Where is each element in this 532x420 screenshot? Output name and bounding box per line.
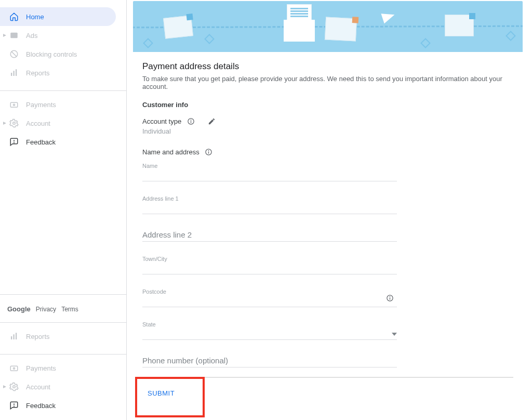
svg-point-19: [13, 386, 16, 388]
phone-input[interactable]: [142, 355, 397, 368]
svg-marker-18: [3, 385, 6, 388]
svg-line-3: [11, 51, 17, 57]
svg-point-30: [390, 297, 390, 297]
svg-marker-31: [392, 333, 397, 336]
banner-illustration: [133, 1, 523, 52]
svg-point-24: [191, 120, 191, 120]
sidebar: Home Ads Blocking controls: [0, 0, 127, 420]
sidebar-item-label: Ads: [26, 32, 37, 40]
sidebar-item-home[interactable]: Home: [0, 7, 116, 26]
sidebar-item-label: Home: [26, 13, 44, 21]
sidebar-item-payments-2[interactable]: Payments: [0, 359, 116, 377]
svg-point-27: [209, 150, 209, 151]
svg-rect-5: [14, 71, 15, 76]
svg-point-8: [14, 104, 15, 106]
chevron-down-icon: [392, 329, 397, 337]
expand-icon: [3, 34, 6, 37]
town-input[interactable]: [142, 256, 397, 274]
name-input[interactable]: [142, 163, 397, 181]
state-select[interactable]: [142, 322, 397, 340]
feedback-icon: [9, 137, 19, 147]
sidebar-item-label: Feedback: [26, 138, 56, 146]
terms-link[interactable]: Terms: [61, 306, 78, 313]
svg-rect-7: [10, 102, 18, 107]
sidebar-item-feedback-2[interactable]: Feedback: [0, 396, 116, 415]
sidebar-item-label: Feedback: [26, 402, 56, 410]
account-type-label: Account type: [142, 117, 181, 125]
svg-rect-16: [10, 366, 18, 371]
feedback-icon: [9, 401, 19, 410]
pencil-icon[interactable]: [207, 117, 216, 125]
svg-point-17: [14, 368, 15, 369]
customer-info-heading: Customer info: [142, 101, 513, 109]
svg-point-10: [13, 122, 16, 125]
info-icon[interactable]: [187, 117, 195, 125]
postcode-input[interactable]: [142, 289, 397, 307]
sidebar-item-payments[interactable]: Payments: [0, 95, 116, 114]
address1-label: Address line 1: [142, 195, 179, 202]
sidebar-item-account-2[interactable]: Account: [0, 377, 116, 396]
sidebar-item-label: Account: [26, 120, 50, 127]
gear-icon: [9, 119, 19, 128]
expand-icon: [3, 385, 6, 388]
sidebar-item-label: Payments: [26, 364, 56, 372]
block-icon: [9, 49, 19, 59]
sidebar-item-label: Account: [26, 383, 50, 391]
sidebar-item-label: Payments: [26, 101, 56, 109]
svg-marker-0: [3, 34, 6, 37]
svg-rect-1: [10, 33, 18, 38]
gear-icon: [9, 382, 19, 391]
reports-icon: [9, 332, 19, 341]
sidebar-item-reports[interactable]: Reports: [0, 63, 116, 82]
account-type-value: Individual: [142, 127, 513, 135]
address1-input[interactable]: [142, 196, 397, 214]
sidebar-item-reports-2[interactable]: Reports: [0, 327, 116, 346]
town-label: Town/City: [142, 256, 167, 262]
state-label: State: [142, 321, 156, 327]
sidebar-footer: Google Privacy Terms: [0, 299, 126, 319]
sidebar-item-label: Blocking controls: [26, 50, 77, 58]
address2-input[interactable]: [142, 229, 397, 242]
info-icon[interactable]: [386, 294, 394, 304]
name-label: Name: [142, 163, 157, 169]
svg-rect-14: [14, 334, 15, 339]
reports-icon: [9, 68, 19, 77]
sidebar-item-blocking-controls[interactable]: Blocking controls: [0, 45, 116, 63]
svg-rect-6: [16, 69, 17, 76]
name-address-heading: Name and address: [142, 148, 200, 156]
main-content: Payment address details To make sure tha…: [127, 0, 532, 420]
svg-rect-13: [11, 336, 12, 339]
sidebar-item-feedback[interactable]: Feedback: [0, 133, 116, 151]
sidebar-item-ads[interactable]: Ads: [0, 26, 116, 45]
expand-icon: [3, 122, 6, 125]
sidebar-item-label: Reports: [26, 69, 50, 77]
svg-rect-4: [11, 73, 12, 76]
svg-point-21: [14, 406, 15, 406]
privacy-link[interactable]: Privacy: [36, 306, 56, 313]
sidebar-item-account[interactable]: Account: [0, 114, 116, 133]
home-icon: [9, 12, 19, 21]
postcode-label: Postcode: [142, 288, 166, 295]
google-logo: Google: [7, 305, 31, 313]
ads-icon: [9, 31, 19, 40]
page-title: Payment address details: [142, 61, 513, 72]
info-icon[interactable]: [205, 148, 213, 156]
submit-button[interactable]: SUBMIT: [142, 387, 180, 399]
payments-icon: [9, 363, 19, 373]
payments-icon: [9, 100, 19, 109]
page-description: To make sure that you get paid, please p…: [142, 75, 513, 90]
svg-point-12: [14, 142, 15, 143]
svg-marker-9: [3, 122, 6, 125]
sidebar-item-label: Reports: [26, 333, 50, 340]
svg-rect-15: [16, 333, 17, 339]
